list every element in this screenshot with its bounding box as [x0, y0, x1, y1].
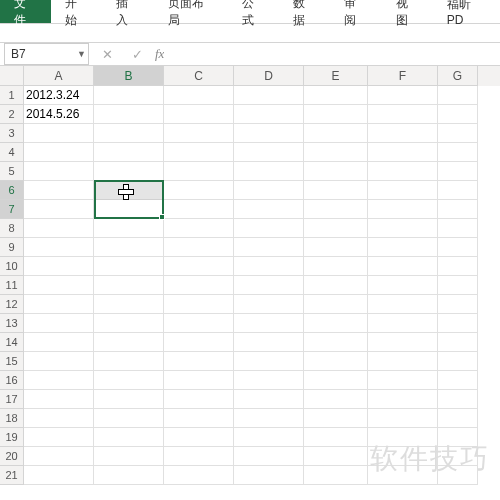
cancel-formula-icon[interactable]: ✕ [95, 43, 119, 65]
row-header[interactable]: 3 [0, 124, 24, 143]
fx-icon[interactable]: fx [155, 46, 164, 62]
cell-C13[interactable] [164, 314, 234, 333]
row-header[interactable]: 13 [0, 314, 24, 333]
cell-C18[interactable] [164, 409, 234, 428]
cell-B21[interactable] [94, 466, 164, 485]
chevron-down-icon[interactable]: ▼ [77, 49, 86, 59]
tab-foxit-pdf[interactable]: 福昕PD [433, 0, 500, 23]
cell-D1[interactable] [234, 86, 304, 105]
cell-A11[interactable] [24, 276, 94, 295]
row-header[interactable]: 19 [0, 428, 24, 447]
cell-A6[interactable] [24, 181, 94, 200]
cell-G3[interactable] [438, 124, 478, 143]
cell-F2[interactable] [368, 105, 438, 124]
cell-C14[interactable] [164, 333, 234, 352]
row-header[interactable]: 11 [0, 276, 24, 295]
cell-G1[interactable] [438, 86, 478, 105]
cell-D10[interactable] [234, 257, 304, 276]
cell-C12[interactable] [164, 295, 234, 314]
select-all-corner[interactable] [0, 66, 24, 86]
cell-F15[interactable] [368, 352, 438, 371]
cell-G14[interactable] [438, 333, 478, 352]
col-header-e[interactable]: E [304, 66, 368, 86]
cell-E7[interactable] [304, 200, 368, 219]
cell-G10[interactable] [438, 257, 478, 276]
cell-A7[interactable] [24, 200, 94, 219]
cell-D21[interactable] [234, 466, 304, 485]
cell-B20[interactable] [94, 447, 164, 466]
cell-D15[interactable] [234, 352, 304, 371]
cell-C20[interactable] [164, 447, 234, 466]
row-header[interactable]: 16 [0, 371, 24, 390]
cell-G17[interactable] [438, 390, 478, 409]
tab-view[interactable]: 视图 [382, 0, 433, 23]
cell-E6[interactable] [304, 181, 368, 200]
cell-A8[interactable] [24, 219, 94, 238]
cell-D13[interactable] [234, 314, 304, 333]
row-header[interactable]: 2 [0, 105, 24, 124]
cell-G8[interactable] [438, 219, 478, 238]
cell-G9[interactable] [438, 238, 478, 257]
cell-D2[interactable] [234, 105, 304, 124]
cell-D16[interactable] [234, 371, 304, 390]
row-header[interactable]: 9 [0, 238, 24, 257]
row-header[interactable]: 15 [0, 352, 24, 371]
cell-F17[interactable] [368, 390, 438, 409]
cell-C15[interactable] [164, 352, 234, 371]
cell-D5[interactable] [234, 162, 304, 181]
cell-E11[interactable] [304, 276, 368, 295]
row-header[interactable]: 14 [0, 333, 24, 352]
cell-D12[interactable] [234, 295, 304, 314]
cell-B19[interactable] [94, 428, 164, 447]
col-header-d[interactable]: D [234, 66, 304, 86]
cell-B13[interactable] [94, 314, 164, 333]
cell-C5[interactable] [164, 162, 234, 181]
cell-B17[interactable] [94, 390, 164, 409]
cell-D3[interactable] [234, 124, 304, 143]
cell-C17[interactable] [164, 390, 234, 409]
row-header[interactable]: 18 [0, 409, 24, 428]
cell-D20[interactable] [234, 447, 304, 466]
cell-C7[interactable] [164, 200, 234, 219]
cell-A14[interactable] [24, 333, 94, 352]
tab-review[interactable]: 审阅 [330, 0, 381, 23]
cell-G2[interactable] [438, 105, 478, 124]
cell-C2[interactable] [164, 105, 234, 124]
cell-B18[interactable] [94, 409, 164, 428]
cell-G15[interactable] [438, 352, 478, 371]
cell-E12[interactable] [304, 295, 368, 314]
cell-A3[interactable] [24, 124, 94, 143]
cell-E18[interactable] [304, 409, 368, 428]
cell-D8[interactable] [234, 219, 304, 238]
cell-B11[interactable] [94, 276, 164, 295]
row-header[interactable]: 12 [0, 295, 24, 314]
cell-G4[interactable] [438, 143, 478, 162]
cell-F9[interactable] [368, 238, 438, 257]
cell-F3[interactable] [368, 124, 438, 143]
cell-A17[interactable] [24, 390, 94, 409]
cell-A16[interactable] [24, 371, 94, 390]
tab-home[interactable]: 开始 [51, 0, 102, 23]
col-header-g[interactable]: G [438, 66, 478, 86]
cell-B4[interactable] [94, 143, 164, 162]
cell-F5[interactable] [368, 162, 438, 181]
formula-input[interactable] [164, 43, 500, 65]
cell-G16[interactable] [438, 371, 478, 390]
cell-C6[interactable] [164, 181, 234, 200]
cell-C21[interactable] [164, 466, 234, 485]
cell-E15[interactable] [304, 352, 368, 371]
cell-C1[interactable] [164, 86, 234, 105]
cell-D17[interactable] [234, 390, 304, 409]
cell-G19[interactable] [438, 428, 478, 447]
row-header[interactable]: 1 [0, 86, 24, 105]
cell-F21[interactable] [368, 466, 438, 485]
row-header[interactable]: 20 [0, 447, 24, 466]
cell-D4[interactable] [234, 143, 304, 162]
cell-B15[interactable] [94, 352, 164, 371]
tab-file[interactable]: 文件 [0, 0, 51, 23]
cell-B12[interactable] [94, 295, 164, 314]
cell-F7[interactable] [368, 200, 438, 219]
cell-E4[interactable] [304, 143, 368, 162]
spreadsheet-grid[interactable]: A B C D E F G 12012.3.2422014.5.26345678… [0, 66, 500, 485]
cell-B8[interactable] [94, 219, 164, 238]
